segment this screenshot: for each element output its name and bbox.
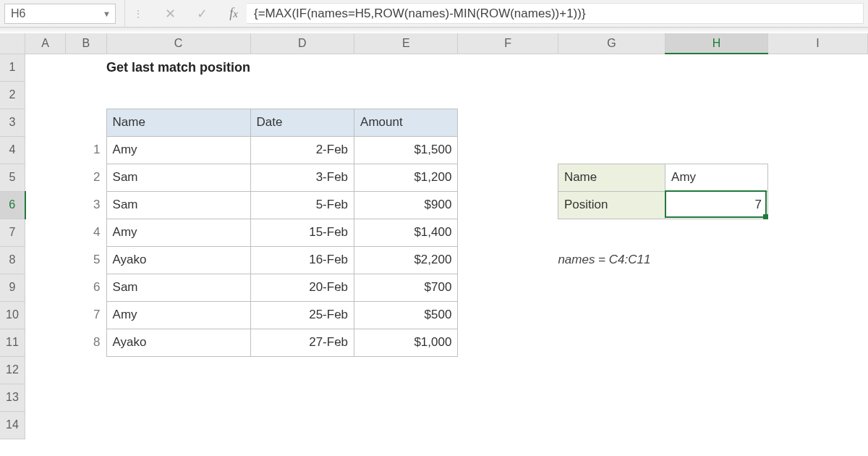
cell-D4[interactable]: 2-Feb bbox=[250, 136, 354, 164]
cell-F9[interactable] bbox=[458, 274, 558, 301]
row-header-4[interactable]: 4 bbox=[0, 136, 25, 164]
cell-I7[interactable] bbox=[767, 219, 867, 246]
cell-G4[interactable] bbox=[558, 136, 665, 164]
cell-F8[interactable] bbox=[458, 246, 558, 274]
cell-E7[interactable]: $1,400 bbox=[354, 219, 458, 246]
cell-F7[interactable] bbox=[458, 219, 558, 246]
cell-C11[interactable]: Ayako bbox=[106, 329, 250, 356]
cell-C8[interactable]: Ayako bbox=[106, 246, 250, 274]
col-header-G[interactable]: G bbox=[558, 33, 665, 54]
row-header-9[interactable]: 9 bbox=[0, 274, 25, 301]
cell-B8[interactable]: 5 bbox=[66, 246, 107, 274]
col-header-H[interactable]: H bbox=[665, 33, 768, 54]
select-all-corner[interactable] bbox=[0, 33, 25, 54]
cell-F4[interactable] bbox=[458, 136, 558, 164]
cell-A13[interactable] bbox=[25, 384, 66, 411]
cell-I3[interactable] bbox=[767, 109, 867, 136]
cell-A10[interactable] bbox=[25, 301, 66, 329]
cell-A5[interactable] bbox=[25, 164, 66, 191]
col-header-B[interactable]: B bbox=[66, 33, 107, 54]
row-header-13[interactable]: 13 bbox=[0, 384, 25, 411]
cell-D5[interactable]: 3-Feb bbox=[250, 164, 354, 191]
cell-I12[interactable] bbox=[767, 356, 867, 384]
cell-A8[interactable] bbox=[25, 246, 66, 274]
cell-I6[interactable] bbox=[767, 191, 867, 219]
cell-F6[interactable] bbox=[458, 191, 558, 219]
chevron-down-icon[interactable]: ▼ bbox=[103, 9, 111, 18]
cell-C5[interactable]: Sam bbox=[106, 164, 250, 191]
cell-B6[interactable]: 3 bbox=[66, 191, 107, 219]
cell-H3[interactable] bbox=[665, 109, 768, 136]
col-header-A[interactable]: A bbox=[25, 33, 66, 54]
cell-I5[interactable] bbox=[767, 164, 867, 191]
cell-H12[interactable] bbox=[665, 356, 768, 384]
cell-D6[interactable]: 5-Feb bbox=[250, 191, 354, 219]
cell-A6[interactable] bbox=[25, 191, 66, 219]
cell-E2[interactable] bbox=[354, 81, 458, 109]
cell-H4[interactable] bbox=[665, 136, 768, 164]
cell-D9[interactable]: 20-Feb bbox=[250, 274, 354, 301]
cell-G2[interactable] bbox=[558, 81, 665, 109]
cell-E9[interactable]: $700 bbox=[354, 274, 458, 301]
cell-I2[interactable] bbox=[767, 81, 867, 109]
cell-H8[interactable] bbox=[665, 246, 768, 274]
cell-E10[interactable]: $500 bbox=[354, 301, 458, 329]
cell-G1[interactable] bbox=[558, 54, 665, 81]
cell-B13[interactable] bbox=[66, 384, 107, 411]
cell-E3[interactable]: Amount bbox=[354, 109, 458, 136]
cell-A4[interactable] bbox=[25, 136, 66, 164]
cell-D13[interactable] bbox=[250, 384, 354, 411]
cell-C1[interactable]: Get last match position bbox=[106, 54, 250, 81]
cell-H14[interactable] bbox=[665, 411, 768, 439]
cell-E6[interactable]: $900 bbox=[354, 191, 458, 219]
row-header-2[interactable]: 2 bbox=[0, 81, 25, 109]
row-header-10[interactable]: 10 bbox=[0, 301, 25, 329]
spreadsheet-grid[interactable]: ABCDEFGHI1Get last match position23NameD… bbox=[0, 33, 868, 439]
cell-C9[interactable]: Sam bbox=[106, 274, 250, 301]
cell-F10[interactable] bbox=[458, 301, 558, 329]
cell-H10[interactable] bbox=[665, 301, 768, 329]
cell-A9[interactable] bbox=[25, 274, 66, 301]
cell-E11[interactable]: $1,000 bbox=[354, 329, 458, 356]
cell-I13[interactable] bbox=[767, 384, 867, 411]
cell-B3[interactable] bbox=[66, 109, 107, 136]
row-header-3[interactable]: 3 bbox=[0, 109, 25, 136]
cell-E5[interactable]: $1,200 bbox=[354, 164, 458, 191]
cell-D8[interactable]: 16-Feb bbox=[250, 246, 354, 274]
cell-C3[interactable]: Name bbox=[106, 109, 250, 136]
cell-F5[interactable] bbox=[458, 164, 558, 191]
cell-G9[interactable] bbox=[558, 274, 665, 301]
row-header-7[interactable]: 7 bbox=[0, 219, 25, 246]
cell-B14[interactable] bbox=[66, 411, 107, 439]
cell-D3[interactable]: Date bbox=[250, 109, 354, 136]
cancel-icon[interactable]: ✕ bbox=[163, 6, 177, 22]
cell-A11[interactable] bbox=[25, 329, 66, 356]
row-header-11[interactable]: 11 bbox=[0, 329, 25, 356]
cell-A1[interactable] bbox=[25, 54, 66, 81]
cell-E1[interactable] bbox=[354, 54, 458, 81]
cell-B4[interactable]: 1 bbox=[66, 136, 107, 164]
cell-F1[interactable] bbox=[458, 54, 558, 81]
cell-F12[interactable] bbox=[458, 356, 558, 384]
cell-E4[interactable]: $1,500 bbox=[354, 136, 458, 164]
enter-icon[interactable]: ✓ bbox=[195, 6, 209, 22]
cell-B11[interactable]: 8 bbox=[66, 329, 107, 356]
cell-I9[interactable] bbox=[767, 274, 867, 301]
row-header-12[interactable]: 12 bbox=[0, 356, 25, 384]
cell-G6[interactable]: Position bbox=[558, 191, 665, 219]
cell-C12[interactable] bbox=[106, 356, 250, 384]
cell-H9[interactable] bbox=[665, 274, 768, 301]
cell-H13[interactable] bbox=[665, 384, 768, 411]
cell-C7[interactable]: Amy bbox=[106, 219, 250, 246]
cell-G8[interactable]: names = C4:C11 bbox=[558, 246, 665, 274]
cell-F3[interactable] bbox=[458, 109, 558, 136]
row-header-6[interactable]: 6 bbox=[0, 191, 25, 219]
cell-G7[interactable] bbox=[558, 219, 665, 246]
cell-D1[interactable] bbox=[250, 54, 354, 81]
cell-A3[interactable] bbox=[25, 109, 66, 136]
cell-G11[interactable] bbox=[558, 329, 665, 356]
cell-G10[interactable] bbox=[558, 301, 665, 329]
cell-E13[interactable] bbox=[354, 384, 458, 411]
name-box[interactable]: H6 ▼ bbox=[4, 4, 116, 24]
cell-C6[interactable]: Sam bbox=[106, 191, 250, 219]
